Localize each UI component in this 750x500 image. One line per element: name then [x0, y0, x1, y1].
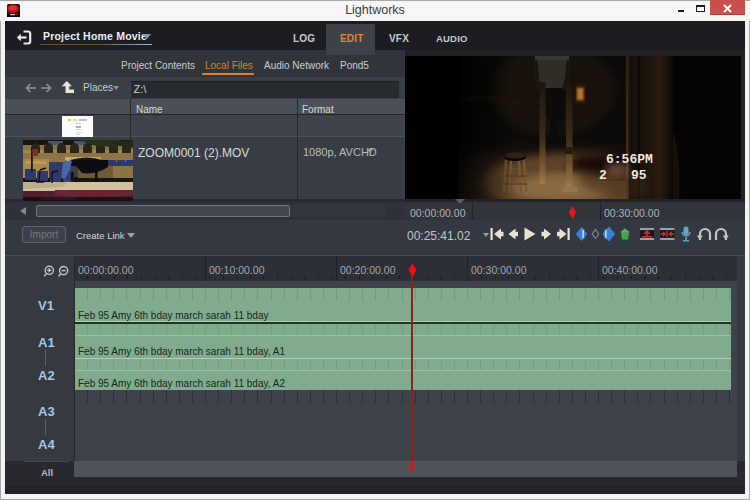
svg-text:95: 95	[631, 168, 647, 183]
svg-text:2: 2	[599, 168, 607, 183]
svg-text:6:56PM: 6:56PM	[606, 152, 653, 167]
